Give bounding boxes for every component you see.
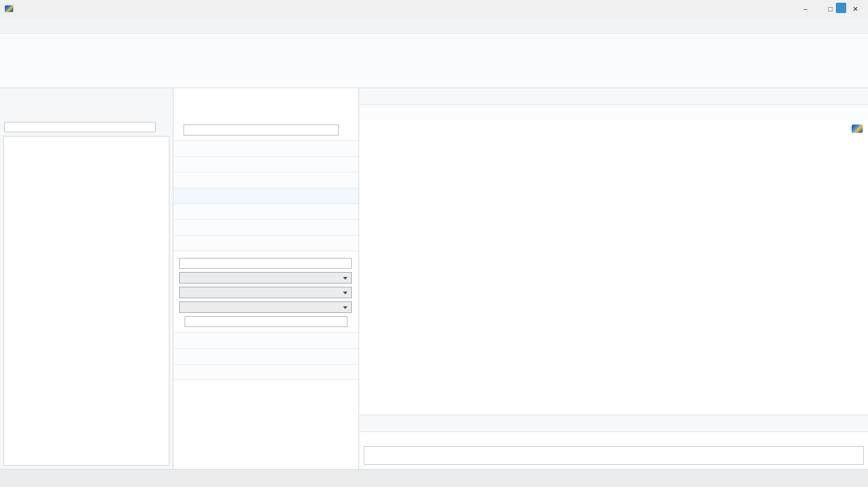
section-domain-selection[interactable] — [174, 140, 358, 156]
settings-panel — [174, 88, 359, 469]
section-constitutive-de[interactable] — [174, 364, 358, 380]
graphics-tab-bar — [359, 88, 868, 105]
help-button[interactable] — [836, 3, 846, 13]
minimize-button[interactable]: – — [793, 0, 818, 17]
information-panel — [359, 415, 868, 469]
model-input-edit-icon[interactable] — [339, 192, 348, 200]
window-controls: – □ ✕ — [793, 0, 868, 17]
graphics-toolbar — [359, 105, 868, 120]
section-coil[interactable] — [174, 235, 358, 251]
coil-name-input[interactable] — [179, 258, 352, 269]
section-material-type[interactable] — [174, 204, 358, 219]
status-bar — [0, 469, 868, 487]
messages-tab-bar — [359, 415, 868, 432]
coil-current-input[interactable] — [185, 316, 347, 327]
coil-excitation-select[interactable] — [179, 301, 352, 313]
section-equation[interactable] — [174, 172, 358, 188]
main-area — [0, 88, 868, 469]
section-override-contribution[interactable] — [174, 156, 358, 172]
close-button[interactable]: ✕ — [843, 0, 868, 17]
menu-bar — [0, 17, 868, 34]
messages-toolbar — [359, 432, 868, 446]
messages-output[interactable] — [364, 446, 864, 465]
plot-thumbnail-icon[interactable] — [852, 125, 863, 133]
conductor-model-select[interactable] — [179, 272, 352, 283]
section-homogenized-conductor[interactable] — [174, 332, 358, 348]
coil-type-select[interactable] — [179, 287, 352, 298]
section-model-input[interactable] — [174, 188, 358, 204]
graphics-canvas[interactable] — [359, 120, 868, 415]
app-logo-icon — [5, 5, 13, 12]
graphics-area — [359, 88, 868, 469]
coil-label-input[interactable] — [184, 125, 339, 135]
coil-section-content — [174, 251, 358, 332]
section-coordinate-system[interactable] — [174, 219, 358, 235]
section-constitutive-bh[interactable] — [174, 348, 358, 364]
refresh-icon[interactable] — [158, 122, 167, 131]
ribbon — [0, 34, 868, 88]
model-builder-panel — [0, 88, 173, 469]
tree-filter-input[interactable] — [4, 122, 156, 132]
model-tree — [3, 136, 169, 466]
title-bar: – □ ✕ — [0, 0, 868, 17]
rename-icon[interactable] — [343, 125, 353, 135]
motor-3d-visualization — [359, 120, 868, 415]
